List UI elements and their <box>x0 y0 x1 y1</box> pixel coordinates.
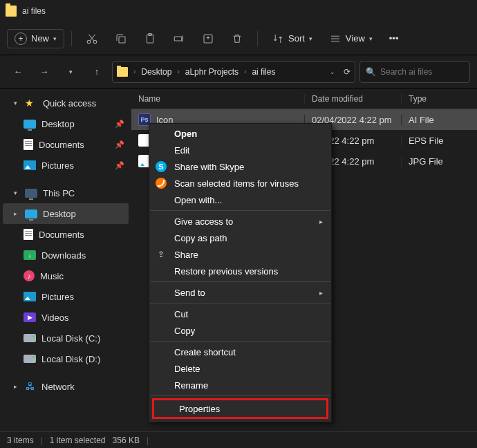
sort-button[interactable]: Sort ▾ <box>265 28 319 49</box>
sidebar-this-pc[interactable]: ▾ This PC <box>3 183 129 203</box>
sidebar-item-pictures[interactable]: Pictures <box>3 286 129 307</box>
svg-rect-2 <box>119 37 125 43</box>
chevron-right-icon[interactable]: ▸ <box>11 210 19 217</box>
disk-icon <box>24 334 36 342</box>
ellipsis-icon: ••• <box>389 33 399 44</box>
rename-button[interactable] <box>166 28 192 49</box>
ctx-label: Give access to <box>174 216 233 227</box>
ctx-copy[interactable]: Copy <box>149 322 331 339</box>
sidebar-label: Music <box>40 271 64 281</box>
highlight-annotation: Properties <box>152 398 328 419</box>
separator <box>150 281 330 282</box>
share-button[interactable] <box>195 28 221 49</box>
ctx-send-to[interactable]: Send to▸ <box>149 284 331 301</box>
chevron-right-icon: › <box>133 68 135 75</box>
up-button[interactable]: ↑ <box>86 61 108 83</box>
video-icon: ▶ <box>24 312 36 322</box>
cut-button[interactable] <box>79 28 105 49</box>
sidebar-item-music[interactable]: ♪ Music <box>3 265 129 286</box>
column-name[interactable]: Name <box>131 94 304 104</box>
sidebar-network[interactable]: ▸ 🖧 Network <box>3 376 129 397</box>
ctx-open-with[interactable]: Open with... <box>149 192 331 208</box>
sidebar-item-documents[interactable]: Documents 📌 <box>3 134 129 155</box>
ctx-edit[interactable]: Edit <box>149 142 331 158</box>
pin-icon: 📌 <box>115 161 124 170</box>
forward-button[interactable]: → <box>33 61 55 83</box>
ctx-label: Properties <box>179 404 220 414</box>
ctx-scan-viruses[interactable]: Scan selected items for viruses <box>149 175 331 192</box>
sidebar-item-downloads[interactable]: ↓ Downloads <box>3 245 129 265</box>
sidebar-label: Documents <box>39 140 84 150</box>
ctx-copy-path[interactable]: Copy as path <box>149 230 331 246</box>
paste-button[interactable] <box>137 28 163 49</box>
document-icon <box>24 139 33 150</box>
ctx-create-shortcut[interactable]: Create shortcut <box>149 344 331 360</box>
sidebar-item-videos[interactable]: ▶ Videos <box>3 307 129 328</box>
chevron-down-icon: ▾ <box>69 68 73 75</box>
breadcrumb-item[interactable]: aLphr Projects <box>183 66 241 78</box>
pc-icon <box>25 189 37 198</box>
history-button[interactable]: ▾ <box>59 61 82 83</box>
ctx-cut[interactable]: Cut <box>149 306 331 322</box>
copy-button[interactable] <box>108 28 134 49</box>
search-input[interactable] <box>380 67 464 77</box>
ctx-rename[interactable]: Rename <box>149 377 331 393</box>
sidebar-quick-access[interactable]: ▾ ★ Quick access <box>3 93 129 113</box>
address-bar[interactable]: › Desktop › aLphr Projects › ai files ⌄ … <box>112 61 355 83</box>
ctx-label: Rename <box>174 380 208 391</box>
column-type[interactable]: Type <box>401 94 470 104</box>
pin-icon: 📌 <box>115 120 124 129</box>
pictures-icon <box>24 160 36 170</box>
ctx-restore-versions[interactable]: Restore previous versions <box>149 263 331 279</box>
more-button[interactable]: ••• <box>382 29 406 48</box>
sidebar-label: Local Disk (C:) <box>41 333 100 344</box>
ctx-give-access[interactable]: Give access to▸ <box>149 213 331 230</box>
column-date[interactable]: Date modified <box>304 94 401 104</box>
skype-icon: S <box>155 161 167 172</box>
ctx-label: Restore previous versions <box>174 266 278 277</box>
status-bar: 3 items | 1 item selected 356 KB | <box>0 431 477 448</box>
ctx-share[interactable]: ⇪Share <box>149 246 331 263</box>
chevron-right-icon: › <box>244 68 246 75</box>
sidebar-item-documents[interactable]: Documents <box>3 224 129 245</box>
separator <box>150 303 330 304</box>
sidebar-label: Local Disk (D:) <box>41 354 100 364</box>
search-box[interactable]: 🔍 <box>359 61 470 83</box>
ctx-label: Share with Skype <box>174 162 244 172</box>
breadcrumb-item[interactable]: Desktop <box>138 66 174 78</box>
chevron-down-icon[interactable]: ⌄ <box>330 68 335 75</box>
refresh-icon[interactable]: ⟳ <box>344 67 350 77</box>
sidebar-item-desktop[interactable]: ▸ Desktop <box>3 203 129 224</box>
title-bar: ai files <box>0 0 477 22</box>
chevron-down-icon[interactable]: ▾ <box>11 189 19 196</box>
scissors-icon <box>86 32 98 45</box>
divider <box>71 31 72 46</box>
ctx-share-skype[interactable]: SShare with Skype <box>149 158 331 175</box>
network-icon: 🖧 <box>25 381 36 392</box>
desktop-icon <box>25 209 37 218</box>
sidebar-item-disk-c[interactable]: Local Disk (C:) <box>3 328 129 348</box>
view-icon <box>329 32 342 45</box>
divider <box>257 31 258 46</box>
desktop-icon <box>24 120 36 129</box>
sidebar-item-pictures[interactable]: Pictures 📌 <box>3 155 129 176</box>
sidebar-item-desktop[interactable]: Desktop 📌 <box>3 113 129 134</box>
status-size: 356 KB <box>113 436 140 445</box>
sidebar-item-disk-d[interactable]: Local Disk (D:) <box>3 348 129 369</box>
ctx-delete[interactable]: Delete <box>149 360 331 377</box>
chevron-right-icon: ▸ <box>319 289 323 297</box>
chevron-right-icon[interactable]: ▸ <box>11 383 19 390</box>
view-button[interactable]: View ▾ <box>322 28 380 49</box>
copy-icon <box>115 32 127 45</box>
delete-button[interactable] <box>224 28 250 49</box>
arrow-right-icon: → <box>40 66 49 77</box>
breadcrumb-item[interactable]: ai files <box>249 66 278 78</box>
new-button[interactable]: + New ▾ <box>7 29 64 48</box>
new-label: New <box>31 33 49 44</box>
ctx-properties[interactable]: Properties <box>154 400 326 417</box>
back-button[interactable]: ← <box>7 61 29 83</box>
sidebar-label: Desktop <box>43 209 76 219</box>
rename-icon <box>173 32 185 45</box>
chevron-down-icon[interactable]: ▾ <box>11 100 19 106</box>
ctx-open[interactable]: Open <box>149 125 331 142</box>
